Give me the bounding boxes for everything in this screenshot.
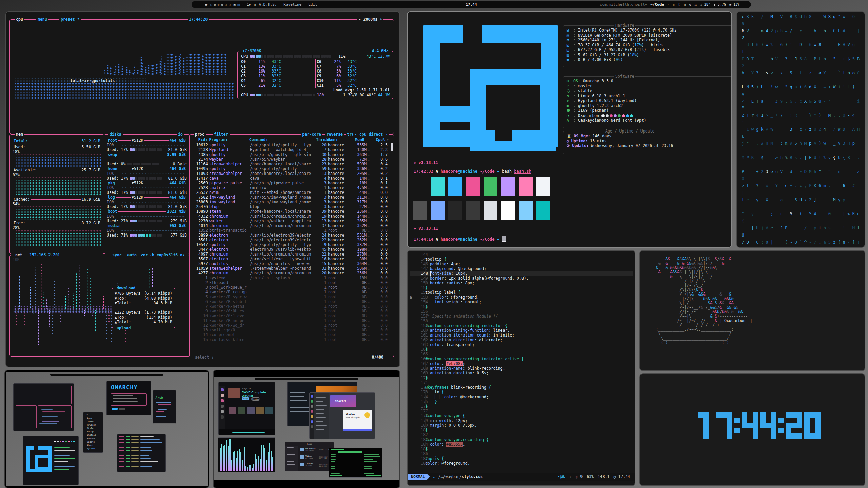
update-interval[interactable]: - 2000ms + — [357, 17, 383, 22]
workspace-badge[interactable]: 1◆ — [246, 3, 251, 6]
net-interface[interactable]: ‹b enp0s31f6 n› — [148, 252, 186, 257]
tab-menu[interactable]: menu — [36, 17, 48, 22]
workspace-dot[interactable]: ○ — [225, 3, 229, 6]
workspace-dot[interactable]: ● — [214, 3, 218, 6]
proc-row[interactable]: 3501electron/usr/lib/electron39/electr22… — [192, 238, 389, 242]
proc-row[interactable]: 5kworker/R-sync_w1root0B…0.0 — [192, 294, 389, 299]
proc-row[interactable]: 2174waybar/usr/bin/waybar28hancore72M…0.… — [192, 157, 389, 162]
tab-proc[interactable]: proc — [194, 132, 206, 137]
proc-row[interactable]: 11164steamwebhelper/home/hancore/.local/… — [192, 162, 389, 166]
proc-row[interactable]: 10612spotify/opt/spotify/spotify --typ20… — [192, 143, 389, 147]
window-tty-clock[interactable] — [639, 373, 865, 486]
proc-row[interactable]: 9kworker/0:0H-ev1root0B…0.0 — [192, 309, 389, 313]
proc-row[interactable]: 2270walker/usr/bin/walker --gapplica13ha… — [192, 219, 389, 223]
tab-filter[interactable]: filter — [213, 132, 230, 137]
phone-icon[interactable]: ▯ — [673, 3, 675, 6]
bluetooth-icon[interactable]: ᛒ — [678, 3, 680, 6]
window-image-viewer-1[interactable]: OMARCHYArchIn...AppsLearnTriggerStyleSet… — [4, 370, 209, 488]
window-image-viewer-2[interactable]: PlaylistRAYE Complete PlaylistPlayFollow… — [213, 370, 400, 488]
proc-row[interactable]: 2kthreadd1root0B…0.0 — [192, 280, 389, 285]
proc-cell: 32 — [318, 266, 327, 271]
proc-row[interactable]: 3pool_workqueue_r1root0B…0.0 — [192, 285, 389, 290]
proc-row[interactable]: 3447electronelectron39 /usr/lib/veskto45… — [192, 247, 389, 252]
proc-row[interactable]: 10kworker/0:1-eve1root0B…0.0 — [192, 313, 389, 318]
proc-col-header[interactable]: Program: — [209, 137, 248, 142]
tray-icon[interactable]: ▣ — [234, 3, 238, 6]
proc-row[interactable]: 2138HyprlandHyprland --watchdog-fd 47han… — [192, 147, 389, 152]
proc-row[interactable]: 23803imv-wayland/usr/bin/imv-wayland /ho… — [192, 200, 389, 204]
proc-row[interactable]: 2569pipewire-pulse/usr/bin/pipewire-puls… — [192, 181, 389, 185]
proc-row[interactable]: 3899electron/usr/lib/electron39/electr24… — [192, 233, 389, 238]
tab-cpu[interactable]: cpu — [15, 17, 24, 22]
proc-row[interactable]: 7582imv-wayland/usr/bin/imv-wayland /hom… — [192, 195, 389, 200]
prompt-line-2[interactable]: 17:44:14 Λ hancore@machine ~/Code → — [414, 236, 506, 242]
proc-footer-hint[interactable]: select ↕ — [194, 355, 215, 360]
tab-disks[interactable]: disks — [110, 132, 121, 137]
editor-buffer[interactable]: 144 145tooltip { 146▏ padding: 4px; 147▏… — [410, 252, 633, 466]
workspace-indicators[interactable]: ○ ● ◐ ● ○ ○ — [210, 2, 231, 7]
microphone-icon[interactable]: ψ — [689, 3, 691, 6]
window-cbonsai[interactable]: && &&&&&\_\_|\\|& &/&& & & & & & &&&\|&&… — [639, 250, 865, 371]
tab-io[interactable]: io — [177, 132, 184, 137]
tab-reverse[interactable]: reverse — [325, 132, 344, 137]
tray-icon[interactable]: ◫ — [238, 3, 242, 6]
proc-col-header[interactable]: Command: — [249, 137, 315, 142]
sort-arrow-icon[interactable]: ↑ — [387, 137, 389, 142]
chevron-left-icon[interactable]: ‹ — [667, 2, 670, 7]
tab-sync[interactable]: sync — [111, 252, 123, 257]
workspace-dot[interactable]: ● — [221, 3, 225, 6]
topbar-clock[interactable]: 17:44 — [466, 2, 477, 7]
proc-row[interactable]: 4277chromium/usr/lib/chromium/chromium20… — [192, 271, 389, 276]
proc-row[interactable]: 11kworker/R-mm_pe1root0B…0.0 — [192, 318, 389, 323]
tab-net[interactable]: net — [14, 252, 24, 257]
proc-row[interactable]: 10890steam/home/hancore/.local/share39ha… — [192, 209, 389, 214]
proc-row[interactable]: 14rcu_preempt1root0B…0.0 — [192, 332, 389, 337]
tab-mem[interactable]: mem — [16, 132, 23, 137]
tab-auto[interactable]: auto — [126, 252, 138, 257]
tray-icon[interactable]: ⌗ — [242, 3, 244, 6]
net-ip[interactable]: 192.168.2.201 — [28, 252, 61, 257]
proc-row[interactable]: 5977nautilus/usr/bin/nautilus --new-wi15… — [192, 261, 389, 266]
proc-col-header[interactable]: MemB — [348, 137, 364, 142]
window-neovim[interactable]: 144 145tooltip { 146▏ padding: 4px; 147▏… — [407, 250, 635, 486]
proc-col-header[interactable]: User: — [326, 137, 347, 142]
proc-col-header[interactable]: Cpu% — [374, 137, 385, 142]
proc-row[interactable]: 6kworker/R-slub_f1root0B…0.0 — [192, 299, 389, 304]
proc-row[interactable]: 7528cmatrixcmatrix1hancore4.5M…0.0 — [192, 185, 389, 190]
workspace-dot[interactable]: ○ — [229, 3, 230, 6]
proc-row[interactable]: 1systemd/sbin/init splash1root13M…0.0 — [192, 276, 389, 280]
proc-col-header[interactable] — [366, 137, 373, 142]
bash-script-link[interactable]: bash.sh — [514, 169, 531, 174]
proc-row[interactable]: 10495spotify/opt/spotify/spotify59hancor… — [192, 166, 389, 171]
proc-row[interactable]: 7kworker/R-netns1root0B…0.0 — [192, 304, 389, 309]
window-fastfetch[interactable]: Hardware ⊟: Intel(R) Core(TM) i7-8700K (… — [407, 11, 732, 248]
proc-row[interactable]: 4332chromium/usr/lib/chromium/chromium19… — [192, 214, 389, 219]
headphones-icon[interactable]: ∩ — [684, 3, 686, 6]
window-btop[interactable]: cpu menu preset * 17:44:20 - 2000ms + to… — [5, 11, 400, 367]
proc-row[interactable]: 13ksoftirqd/01root0B…0.0 — [192, 328, 389, 332]
proc-row[interactable]: 4kworker/R-rcu_gp1root0B…0.0 — [192, 290, 389, 294]
proc-row[interactable]: 4385ghostty/usr/bin/ghostty --gtk-sin30h… — [192, 152, 389, 157]
proc-row[interactable]: 12kworker/R-wq_dr1root0B…0.0 — [192, 323, 389, 328]
proc-row[interactable]: 26537nvimnvim --embed /home/hancore1hanc… — [192, 190, 389, 195]
workspace-dot[interactable]: ◐ — [218, 3, 221, 6]
proc-row[interactable]: 4014chromium/usr/lib/chromium/chromium37… — [192, 223, 389, 228]
proc-scrollbar[interactable] — [391, 143, 393, 151]
proc-row[interactable]: 15rcu_tasks_kthre1root0B…0.0 — [192, 337, 389, 342]
proc-row[interactable]: 11059steamwebhelper./steamwebhelper -noc… — [192, 266, 389, 271]
tab-per-core[interactable]: per-core — [301, 132, 322, 137]
proc-col-header[interactable]: Pid: — [192, 137, 208, 142]
proc-row[interactable]: 17417cavacava4hancore14M…0.1 — [192, 176, 389, 181]
proc-row[interactable]: 4097chromium/usr/lib/chromium/chromium22… — [192, 252, 389, 257]
proc-row[interactable]: 25476btopbtop3hancore27M…0.0 — [192, 204, 389, 209]
proc-row[interactable]: 3507electron/proc/self/exe --type=util16… — [192, 257, 389, 261]
proc-row[interactable]: 1352btrfs-transactio1root0B…0.0 — [192, 228, 389, 233]
proc-row[interactable]: 10547spotify/opt/spotify/spotify --typ9h… — [192, 242, 389, 247]
workspace-dot[interactable]: ○ — [210, 3, 214, 6]
proc-col-header[interactable]: Threads: — [316, 137, 325, 142]
scale-icon[interactable]: ⚖ — [695, 3, 697, 6]
tab-preset[interactable]: preset * — [59, 17, 81, 22]
tab-sort[interactable]: ‹ cpu direct › — [353, 132, 389, 137]
window-cmatrix[interactable]: cKk /_M V B$dh8 W8q"x Q S6V m42pb=/ c h … — [736, 11, 865, 248]
proc-row[interactable]: 11093steamwebhelper/home/hancore/.local/… — [192, 171, 389, 176]
